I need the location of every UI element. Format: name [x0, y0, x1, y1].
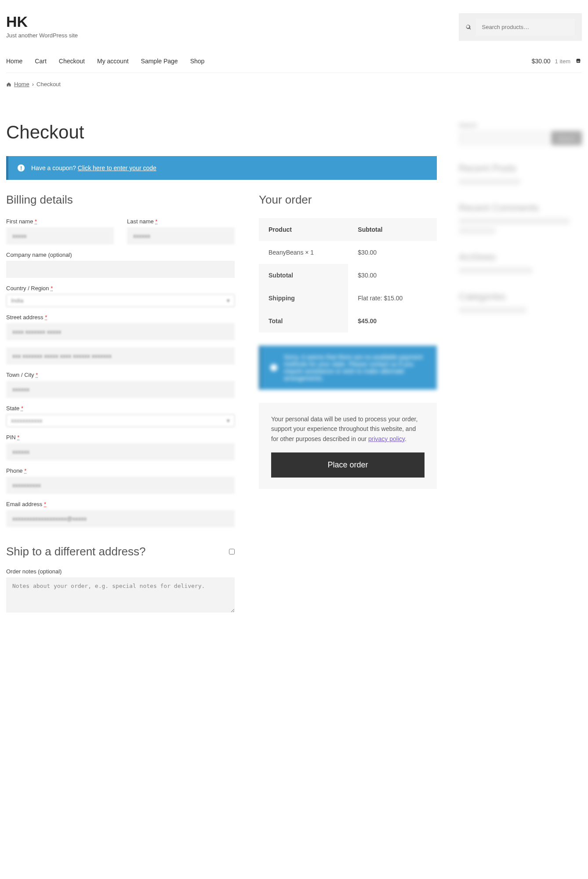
site-branding: HK Just another WordPress site: [6, 13, 78, 39]
nav-checkout[interactable]: Checkout: [59, 58, 85, 65]
company-label: Company name (optional): [6, 252, 235, 258]
nav-cart[interactable]: Cart: [35, 58, 46, 65]
place-order-button[interactable]: Place order: [271, 452, 425, 478]
site-title[interactable]: HK: [6, 13, 78, 30]
street1-input[interactable]: [6, 323, 235, 340]
payment-box: Your personal data will be used to proce…: [259, 403, 437, 489]
breadcrumb-home[interactable]: Home: [14, 81, 29, 88]
breadcrumb: Home › Checkout: [6, 73, 582, 95]
street-label: Street address *: [6, 314, 235, 321]
basket-icon: [575, 58, 582, 65]
lastname-input[interactable]: [127, 227, 235, 244]
privacy-text: Your personal data will be used to proce…: [271, 414, 425, 444]
sidebar: Search Search Recent Posts Recent Commen…: [459, 122, 582, 621]
sidebar-search-button[interactable]: Search: [551, 131, 582, 145]
cart-total: $30.00: [532, 58, 551, 65]
payment-notice: Sorry, it seems that there are no availa…: [259, 346, 437, 390]
primary-nav: Home Cart Checkout My account Sample Pag…: [6, 58, 204, 65]
subtotal-row: Subtotal $30.00: [259, 264, 437, 287]
search-input[interactable]: [476, 18, 575, 36]
notes-label: Order notes (optional): [6, 568, 235, 575]
email-label: Email address *: [6, 501, 235, 507]
street2-input[interactable]: [6, 347, 235, 365]
town-input[interactable]: [6, 381, 235, 398]
svg-point-2: [270, 364, 277, 371]
pin-label: PIN *: [6, 434, 235, 441]
phone-input[interactable]: [6, 477, 235, 494]
coupon-link[interactable]: Click here to enter your code: [78, 164, 156, 171]
coupon-notice: ! Have a coupon? Click here to enter you…: [6, 156, 437, 180]
company-input[interactable]: [6, 261, 235, 278]
order-item-row: BeanyBeans × 1 $30.00: [259, 241, 437, 264]
info-icon: [270, 364, 278, 372]
ship-different-checkbox[interactable]: [229, 549, 235, 554]
product-search[interactable]: [459, 13, 582, 41]
state-select[interactable]: xxxxxxxxxxx: [6, 414, 235, 427]
country-select[interactable]: India: [6, 294, 235, 307]
home-icon: [6, 82, 11, 87]
privacy-link[interactable]: privacy policy: [368, 435, 405, 442]
th-product: Product: [259, 218, 348, 241]
state-label: State *: [6, 405, 235, 412]
town-label: Town / City *: [6, 372, 235, 378]
svg-text:!: !: [20, 165, 22, 171]
firstname-label: First name *: [6, 218, 114, 225]
email-input[interactable]: [6, 510, 235, 527]
phone-label: Phone *: [6, 467, 235, 474]
nav-shop[interactable]: Shop: [190, 58, 205, 65]
notes-textarea[interactable]: [6, 577, 235, 613]
cart-item-count: 1 item: [555, 58, 570, 65]
search-icon: [466, 24, 472, 30]
country-label: Country / Region *: [6, 285, 235, 292]
site-tagline: Just another WordPress site: [6, 32, 78, 39]
total-row: Total $45.00: [259, 310, 437, 332]
ship-heading: Ship to a different address?: [6, 545, 146, 558]
order-table: Product Subtotal BeanyBeans × 1 $30.00 S…: [259, 218, 437, 332]
shipping-row: Shipping Flat rate: $15.00: [259, 287, 437, 310]
info-icon: !: [17, 164, 25, 172]
order-heading: Your order: [259, 193, 437, 207]
sidebar-search-input[interactable]: [459, 131, 548, 145]
nav-account[interactable]: My account: [97, 58, 129, 65]
breadcrumb-current: Checkout: [36, 81, 61, 88]
th-subtotal: Subtotal: [348, 218, 437, 241]
billing-heading: Billing details: [6, 193, 235, 207]
nav-sample[interactable]: Sample Page: [141, 58, 178, 65]
cart-summary[interactable]: $30.00 1 item: [532, 58, 582, 65]
page-title: Checkout: [6, 122, 437, 143]
pin-input[interactable]: [6, 443, 235, 460]
lastname-label: Last name *: [127, 218, 235, 225]
firstname-input[interactable]: [6, 227, 114, 244]
nav-home[interactable]: Home: [6, 58, 22, 65]
